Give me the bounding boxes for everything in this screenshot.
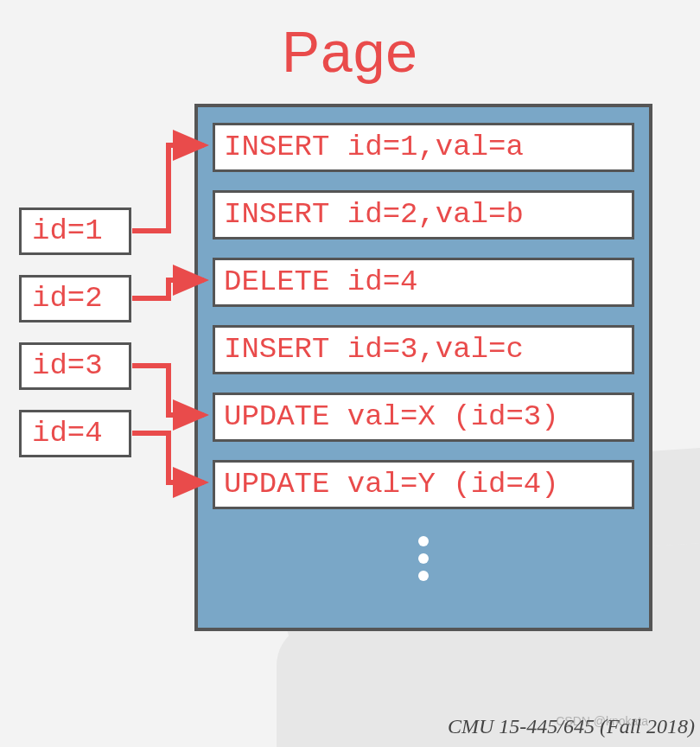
log-entry: DELETE id=4 xyxy=(213,258,634,307)
index-item-2: id=2 xyxy=(19,275,131,322)
ellipsis-icon xyxy=(418,529,429,588)
page-title: Page xyxy=(0,19,700,85)
index-item-3: id=3 xyxy=(19,342,131,390)
log-entry: UPDATE val=X (id=3) xyxy=(213,393,634,442)
index-item-4: id=4 xyxy=(19,410,131,457)
index-item-1: id=1 xyxy=(19,208,131,255)
log-entry: INSERT id=1,val=a xyxy=(213,123,634,172)
page-container: INSERT id=1,val=a INSERT id=2,val=b DELE… xyxy=(194,104,652,631)
footer-credit: CMU 15-445/645 (Fall 2018) xyxy=(448,715,695,738)
log-entry: INSERT id=2,val=b xyxy=(213,190,634,239)
log-entry: INSERT id=3,val=c xyxy=(213,325,634,374)
log-entry: UPDATE val=Y (id=4) xyxy=(213,460,634,509)
